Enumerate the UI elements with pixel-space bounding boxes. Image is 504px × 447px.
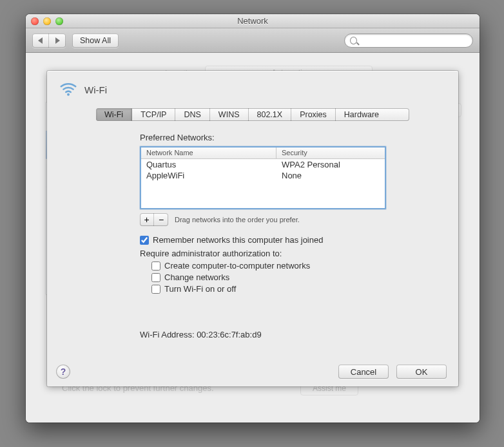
cell-security: None [282, 171, 380, 180]
tab-dns[interactable]: DNS [175, 108, 209, 121]
forward-button[interactable] [49, 33, 66, 48]
remember-networks-checkbox[interactable] [140, 236, 149, 245]
preferred-networks-label: Preferred Networks: [140, 133, 458, 142]
table-row[interactable]: Quartus WPA2 Personal [141, 159, 385, 170]
require-create-checkbox[interactable] [151, 262, 160, 271]
remove-network-button[interactable]: − [154, 213, 168, 226]
wifi-icon [59, 79, 78, 100]
cell-network-name: AppleWiFi [146, 171, 282, 180]
drag-hint: Drag networks into the order you prefer. [175, 216, 300, 224]
tab-wifi[interactable]: Wi-Fi [96, 108, 132, 121]
require-create-label: Create computer-to-computer networks [164, 261, 310, 271]
wifi-address-label: Wi-Fi Address: [140, 330, 195, 339]
remember-networks-label: Remember networks this computer has join… [153, 235, 323, 245]
ok-button[interactable]: OK [396, 365, 447, 379]
close-window-button[interactable] [31, 17, 39, 25]
chevron-right-icon [55, 37, 60, 44]
require-change-label: Change networks [164, 272, 229, 282]
tab-wins[interactable]: WINS [210, 108, 249, 121]
wifi-panel: Preferred Networks: Network Name Securit… [47, 121, 458, 339]
column-security[interactable]: Security [276, 147, 385, 158]
back-button[interactable] [32, 33, 49, 48]
search-icon [350, 37, 357, 44]
tab-tcpip[interactable]: TCP/IP [132, 108, 175, 121]
cell-security: WPA2 Personal [282, 160, 380, 169]
tab-hardware[interactable]: Hardware [336, 108, 387, 121]
window-controls [26, 17, 63, 25]
tab-proxies[interactable]: Proxies [291, 108, 336, 121]
tab-8021x[interactable]: 802.1X [249, 108, 292, 121]
nav-buttons [32, 33, 66, 48]
help-button[interactable]: ? [56, 365, 70, 379]
table-row[interactable]: AppleWiFi None [141, 170, 385, 181]
chevron-left-icon [38, 37, 43, 44]
window-title: Network [26, 16, 480, 26]
content-area: Location: Automatic Ethernet Wi-Fi Bluet… [26, 53, 480, 423]
column-network-name[interactable]: Network Name [141, 147, 276, 158]
sheet-title: Wi-Fi [84, 84, 107, 95]
require-toggle-checkbox[interactable] [151, 285, 160, 294]
toolbar: Show All [26, 28, 480, 53]
svg-point-0 [67, 93, 70, 96]
zoom-window-button[interactable] [55, 17, 63, 25]
require-toggle-label: Turn Wi-Fi on or off [164, 284, 236, 294]
wifi-address-value: 00:23:6c:7f:ab:d9 [197, 330, 261, 339]
window-frame: Network Show All Location: Automatic Eth… [26, 14, 480, 423]
minimize-window-button[interactable] [43, 17, 51, 25]
preferred-networks-table[interactable]: Network Name Security Quartus WPA2 Perso… [140, 146, 386, 209]
advanced-sheet: Wi-Fi Wi-Fi TCP/IP DNS WINS 802.1X Proxi… [47, 71, 458, 386]
tab-bar: Wi-Fi TCP/IP DNS WINS 802.1X Proxies Har… [96, 108, 409, 121]
search-field[interactable] [344, 33, 473, 48]
add-network-button[interactable]: + [140, 213, 154, 226]
require-change-checkbox[interactable] [151, 273, 160, 282]
cancel-button[interactable]: Cancel [338, 365, 389, 379]
add-remove-buttons: + − [140, 213, 168, 226]
titlebar: Network [26, 14, 480, 28]
cell-network-name: Quartus [146, 160, 282, 169]
require-auth-label: Require administrator authorization to: [140, 249, 458, 258]
search-input[interactable] [361, 36, 467, 45]
show-all-button[interactable]: Show All [72, 33, 119, 48]
